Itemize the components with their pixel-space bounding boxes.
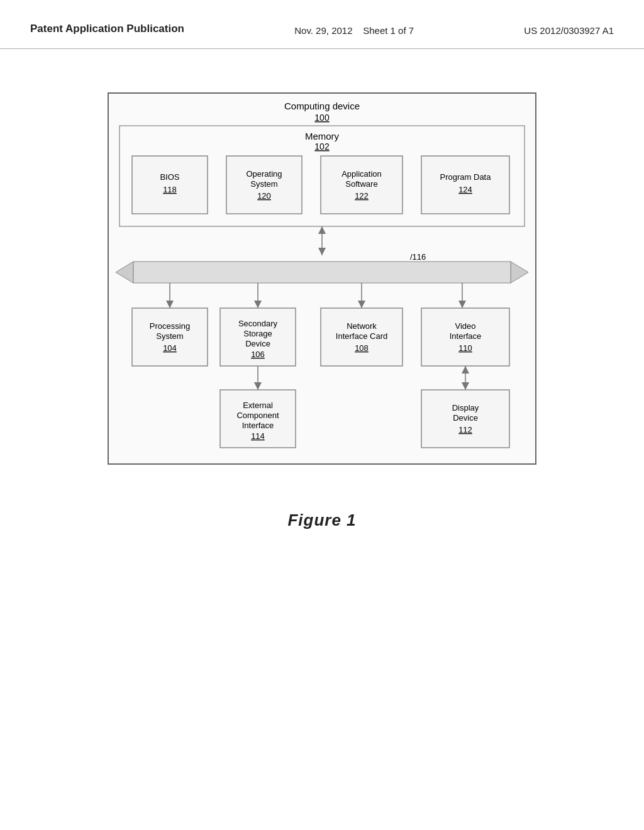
- computing-device-label: Computing device: [284, 101, 360, 111]
- storage-num: 106: [251, 350, 265, 359]
- app-label-1: Application: [341, 169, 382, 179]
- external-label-2: Component: [236, 411, 279, 420]
- video-num: 110: [458, 343, 472, 353]
- program-data-num: 124: [458, 185, 472, 194]
- header-publication-title: Patent Application Publication: [30, 23, 184, 35]
- header-date: Nov. 29, 2012: [294, 25, 352, 36]
- network-label-1: Network: [347, 321, 377, 331]
- figure-caption: Figure 1: [287, 511, 356, 530]
- bios-num: 118: [163, 185, 177, 194]
- video-label-1: Video: [455, 321, 475, 331]
- os-label-2: System: [250, 179, 277, 189]
- header-patent-number: US 2012/0303927 A1: [524, 23, 614, 36]
- app-label-2: Software: [345, 179, 377, 189]
- header-date-sheet: Nov. 29, 2012 Sheet 1 of 7: [294, 23, 414, 36]
- page-header: Patent Application Publication Nov. 29, …: [0, 0, 644, 49]
- memory-label: Memory: [305, 131, 340, 141]
- bios-label: BIOS: [160, 172, 179, 182]
- os-label-1: Operating: [246, 169, 282, 179]
- storage-label-2: Storage: [243, 329, 272, 338]
- patent-diagram: Computing device 100 Memory 102 BIOS 118…: [102, 87, 542, 477]
- page-content: Computing device 100 Memory 102 BIOS 118…: [0, 49, 644, 555]
- network-num: 108: [355, 343, 369, 353]
- os-num: 120: [257, 191, 271, 201]
- processing-num: 104: [163, 343, 177, 353]
- bus-shaft: [133, 262, 511, 283]
- computing-device-num: 100: [314, 113, 330, 123]
- display-label-1: Display: [452, 403, 479, 412]
- app-num: 122: [355, 191, 369, 201]
- memory-num: 102: [314, 141, 330, 152]
- external-num: 114: [251, 431, 265, 441]
- external-label-1: External: [243, 401, 273, 410]
- processing-label-1: Processing: [150, 321, 190, 331]
- program-data-label-1: Program Data: [440, 172, 492, 182]
- video-label-2: Interface: [450, 331, 482, 341]
- display-num: 112: [458, 425, 472, 434]
- header-sheet: Sheet 1 of 7: [363, 25, 414, 36]
- storage-label-3: Device: [245, 339, 270, 348]
- storage-label-1: Secondary: [238, 319, 278, 328]
- network-label-2: Interface Card: [336, 331, 387, 341]
- display-label-2: Device: [453, 413, 478, 423]
- external-label-3: Interface: [242, 421, 274, 430]
- bus-label: /116: [410, 252, 426, 262]
- processing-label-2: System: [156, 331, 183, 341]
- diagram-wrapper: Computing device 100 Memory 102 BIOS 118…: [102, 87, 542, 479]
